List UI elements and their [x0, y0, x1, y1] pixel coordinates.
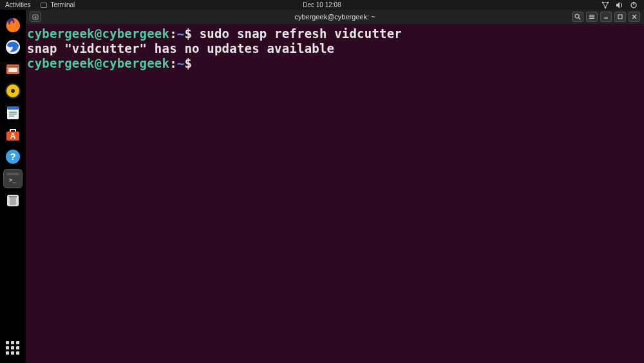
svg-point-12: [11, 89, 15, 93]
svg-line-32: [579, 18, 581, 20]
dock-software-icon[interactable]: A: [4, 126, 22, 144]
svg-rect-14: [7, 106, 19, 110]
output-text: snap "vidcutter" has no updates availabl…: [27, 41, 334, 55]
prompt-user: cybergeek@cybergeek: [27, 56, 169, 70]
cursor: [192, 56, 200, 70]
terminal-app-icon: [41, 3, 47, 8]
svg-point-31: [575, 14, 579, 18]
minimize-icon: [603, 14, 609, 20]
terminal-line: cybergeek@cybergeek:~$ sudo snap refresh…: [27, 26, 643, 41]
prompt-user: cybergeek@cybergeek: [27, 26, 169, 41]
prompt-sep: :: [169, 26, 177, 41]
maximize-icon: [617, 14, 623, 20]
dock-firefox-icon[interactable]: [4, 16, 22, 34]
dock-writer-icon[interactable]: [4, 104, 22, 122]
svg-rect-8: [6, 66, 19, 67]
svg-rect-26: [10, 197, 16, 205]
terminal-window: cybergeek@cybergeek: ~ cybergeek@cyberge…: [26, 10, 644, 363]
network-icon: [601, 1, 609, 9]
dock-trash-icon[interactable]: [4, 191, 22, 210]
search-icon: [574, 14, 581, 20]
maximize-button[interactable]: [614, 12, 626, 22]
svg-text:>_: >_: [9, 177, 16, 183]
window-titlebar: cybergeek@cybergeek: ~: [26, 10, 644, 24]
dock-terminal-icon[interactable]: >_: [4, 170, 22, 188]
volume-icon: [616, 1, 623, 9]
terminal-output-line: snap "vidcutter" has no updates availabl…: [27, 41, 643, 56]
command-text: sudo snap refresh vidcutter: [200, 26, 402, 41]
terminal-body[interactable]: cybergeek@cybergeek:~$ sudo snap refresh…: [26, 24, 644, 363]
app-menu[interactable]: Terminal: [35, 1, 80, 8]
panel-clock[interactable]: Dec 10 12:08: [303, 1, 341, 8]
dock-thunderbird-icon[interactable]: [4, 38, 22, 56]
dock: A ? >_: [0, 10, 26, 363]
activities-button[interactable]: Activities: [0, 1, 35, 8]
show-applications-icon[interactable]: [6, 341, 20, 355]
dock-rhythmbox-icon[interactable]: [4, 82, 22, 100]
search-button[interactable]: [572, 12, 583, 22]
prompt-dollar: $: [184, 26, 192, 41]
close-button[interactable]: [629, 12, 640, 22]
prompt-path: ~: [177, 26, 185, 41]
svg-rect-27: [9, 196, 17, 197]
prompt-dollar: $: [184, 56, 192, 70]
prompt-sep: :: [169, 56, 177, 70]
window-title: cybergeek@cybergeek: ~: [294, 13, 375, 21]
menu-button[interactable]: [586, 12, 598, 22]
system-status-area[interactable]: [601, 1, 644, 9]
terminal-line: cybergeek@cybergeek:~$: [27, 56, 643, 71]
svg-rect-37: [618, 15, 622, 19]
svg-rect-23: [6, 173, 19, 175]
prompt-path: ~: [177, 56, 185, 70]
minimize-button[interactable]: [600, 12, 612, 22]
hamburger-icon: [589, 14, 595, 20]
dock-files-icon[interactable]: [4, 60, 22, 78]
app-menu-label: Terminal: [50, 1, 75, 8]
svg-rect-9: [8, 68, 17, 72]
close-icon: [631, 14, 638, 20]
svg-text:?: ?: [10, 151, 15, 162]
command-text: [192, 26, 200, 41]
svg-text:A: A: [10, 132, 16, 141]
power-icon: [630, 1, 638, 9]
dock-help-icon[interactable]: ?: [4, 148, 22, 166]
top-panel: Activities Terminal Dec 10 12:08: [0, 0, 644, 10]
new-tab-button[interactable]: [30, 12, 41, 22]
